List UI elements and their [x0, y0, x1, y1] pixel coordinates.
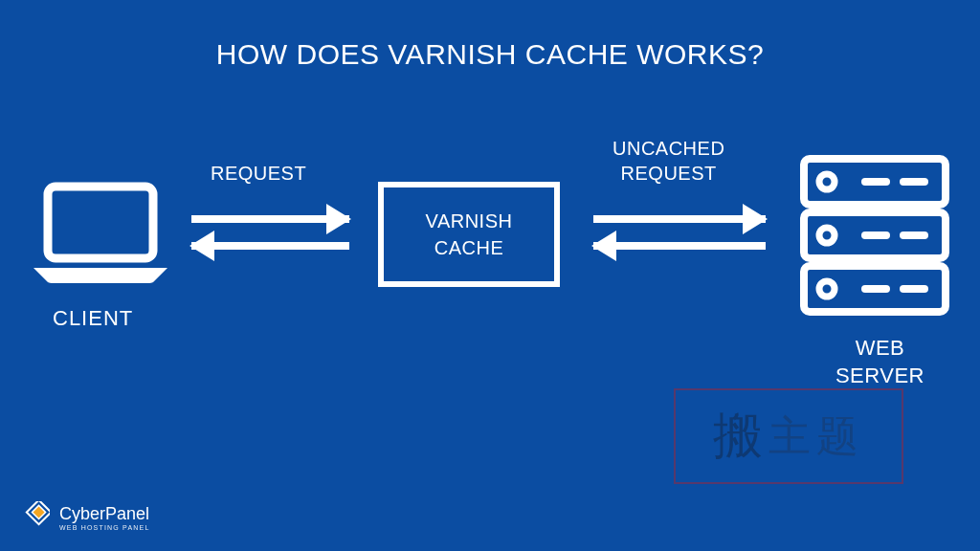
arrow-pair-left: [191, 196, 349, 269]
brand-strong: Cyber: [59, 504, 105, 523]
cyberpanel-logo-icon: [21, 501, 50, 534]
uncached-label-line1: UNCACHED: [612, 138, 724, 159]
svg-rect-0: [48, 187, 153, 258]
watermark-stamp: 搬 主题: [674, 388, 903, 484]
server-stack-icon: [798, 153, 951, 324]
footer-brand: CyberPanel WEB HOSTING PANEL: [21, 501, 150, 534]
server-label: WEB SERVER: [835, 335, 924, 389]
watermark-char2: 主题: [768, 408, 864, 465]
svg-rect-14: [32, 505, 45, 518]
diagram-title: HOW DOES VARNISH CACHE WORKS?: [0, 38, 980, 71]
request-label-right: UNCACHED REQUEST: [612, 136, 724, 186]
uncached-label-line2: REQUEST: [621, 163, 717, 184]
arrow-left-icon: [593, 242, 766, 250]
svg-point-6: [819, 281, 835, 297]
arrow-pair-right: [593, 196, 766, 269]
varnish-label-line2: CACHE: [434, 237, 504, 258]
server-label-line2: SERVER: [835, 364, 924, 387]
brand-tagline: WEB HOSTING PANEL: [59, 524, 150, 531]
svg-point-4: [819, 174, 835, 189]
diagram-stage: CLIENT REQUEST VARNISH CACHE UNCACHED RE…: [0, 143, 980, 392]
varnish-cache-box: VARNISH CACHE: [378, 182, 560, 287]
arrow-right-icon: [191, 215, 349, 223]
client-label: CLIENT: [53, 306, 133, 331]
brand-light: Panel: [105, 504, 149, 523]
request-label-left: REQUEST: [211, 163, 306, 185]
arrow-right-icon: [593, 215, 766, 223]
brand-name: CyberPanel: [59, 505, 150, 522]
varnish-label-line1: VARNISH: [426, 210, 513, 231]
watermark-char1: 搬: [713, 403, 768, 470]
server-label-line1: WEB: [856, 336, 905, 360]
svg-point-5: [819, 228, 835, 243]
arrow-left-icon: [191, 242, 349, 250]
laptop-icon: [29, 182, 172, 291]
